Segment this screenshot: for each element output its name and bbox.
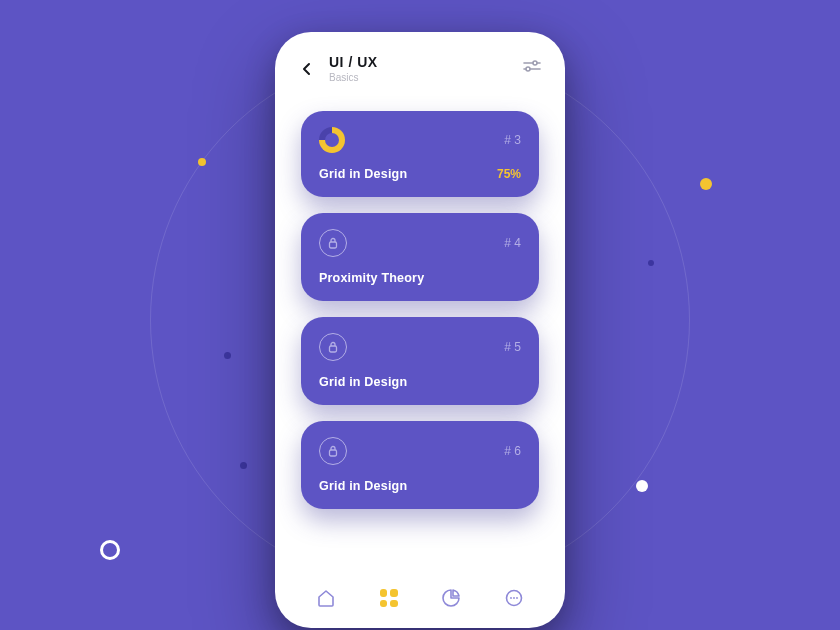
- lock-icon: [319, 229, 347, 257]
- pie-chart-icon: [441, 588, 461, 608]
- svg-point-10: [516, 597, 518, 599]
- tab-bar: [275, 576, 565, 628]
- home-icon: [316, 588, 336, 608]
- lesson-index: # 5: [504, 340, 521, 354]
- card-top: # 6: [319, 437, 521, 465]
- lesson-card[interactable]: # 6 Grid in Design: [301, 421, 539, 509]
- svg-point-3: [526, 67, 530, 71]
- lesson-title: Grid in Design: [319, 479, 407, 493]
- tab-chat[interactable]: [503, 587, 525, 609]
- card-bottom: Grid in Design: [319, 375, 521, 389]
- bg-dot: [636, 480, 648, 492]
- svg-rect-4: [330, 242, 337, 248]
- chat-icon: [504, 588, 524, 608]
- card-top: # 5: [319, 333, 521, 361]
- card-top: # 4: [319, 229, 521, 257]
- header-left: UI / UX Basics: [297, 54, 378, 83]
- svg-point-9: [513, 597, 515, 599]
- lesson-index: # 6: [504, 444, 521, 458]
- title-block: UI / UX Basics: [329, 54, 378, 83]
- back-button[interactable]: [297, 60, 315, 78]
- card-bottom: Grid in Design 75%: [319, 167, 521, 181]
- svg-rect-6: [330, 450, 337, 456]
- page-title: UI / UX: [329, 54, 378, 70]
- sliders-icon: [523, 59, 541, 73]
- lesson-list: # 3 Grid in Design 75% # 4 Proximity The…: [275, 93, 565, 576]
- bg-dot: [224, 352, 231, 359]
- lesson-card[interactable]: # 5 Grid in Design: [301, 317, 539, 405]
- card-top: # 3: [319, 127, 521, 153]
- bg-ring: [100, 540, 120, 560]
- chevron-left-icon: [301, 62, 311, 76]
- lock-icon: [319, 437, 347, 465]
- lesson-index: # 3: [504, 133, 521, 147]
- svg-rect-5: [330, 346, 337, 352]
- lesson-index: # 4: [504, 236, 521, 250]
- page-subtitle: Basics: [329, 72, 378, 83]
- card-bottom: Proximity Theory: [319, 271, 521, 285]
- bg-dot: [648, 260, 654, 266]
- lesson-title: Grid in Design: [319, 375, 407, 389]
- lesson-card[interactable]: # 4 Proximity Theory: [301, 213, 539, 301]
- lesson-progress: 75%: [497, 167, 521, 181]
- bg-dot: [700, 178, 712, 190]
- filter-button[interactable]: [523, 59, 543, 79]
- grid-icon: [380, 589, 398, 607]
- header: UI / UX Basics: [275, 32, 565, 93]
- lesson-title: Proximity Theory: [319, 271, 424, 285]
- bg-dot: [240, 462, 247, 469]
- tab-stats[interactable]: [440, 587, 462, 609]
- phone-frame: UI / UX Basics # 3 Grid in Design 75%: [275, 32, 565, 628]
- lock-icon: [319, 333, 347, 361]
- svg-point-8: [510, 597, 512, 599]
- bg-dot: [198, 158, 206, 166]
- lesson-card[interactable]: # 3 Grid in Design 75%: [301, 111, 539, 197]
- lesson-title: Grid in Design: [319, 167, 407, 181]
- progress-pie-icon: [319, 127, 345, 153]
- card-bottom: Grid in Design: [319, 479, 521, 493]
- tab-grid[interactable]: [378, 587, 400, 609]
- svg-point-1: [533, 61, 537, 65]
- tab-home[interactable]: [315, 587, 337, 609]
